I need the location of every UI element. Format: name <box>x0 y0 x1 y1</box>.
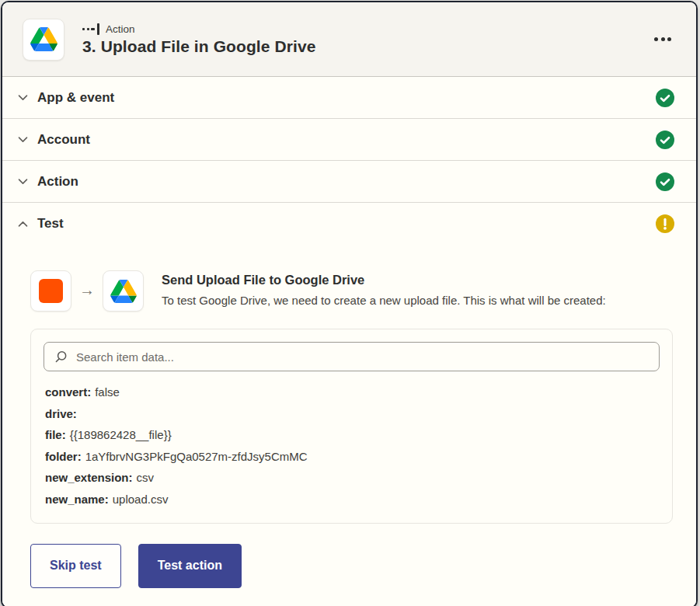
arrow-right-icon: → <box>79 281 95 299</box>
upload-file-icon <box>39 279 63 303</box>
target-app-icon-container <box>103 270 144 312</box>
chevron-down-icon <box>16 91 30 104</box>
ellipsis-icon <box>654 37 658 41</box>
section-action[interactable]: Action <box>2 161 696 203</box>
source-app-icon-container <box>30 270 71 312</box>
test-actions: Skip test Test action <box>30 544 673 597</box>
data-field-drive: drive: <box>45 407 658 420</box>
section-label: Account <box>37 132 90 148</box>
test-action-button[interactable]: Test action <box>138 544 242 588</box>
test-summary-description: To test Google Drive, we need to create … <box>162 294 606 307</box>
warning-icon <box>656 214 674 233</box>
step-editor-card: Action 3. Upload File in Google Drive Ap… <box>1 1 698 606</box>
section-app-event[interactable]: App & event <box>2 77 696 119</box>
section-account[interactable]: Account <box>2 119 696 161</box>
overflow-menu-button[interactable] <box>650 30 676 49</box>
step-header-text: Action 3. Upload File in Google Drive <box>82 23 316 56</box>
action-step-icon <box>82 23 99 35</box>
test-summary-title: Send Upload File to Google Drive <box>162 273 606 287</box>
data-field-file: file:{{189862428__file}} <box>45 428 658 441</box>
test-panel: → Send Upload File to Google Drive To te… <box>2 245 696 606</box>
section-label: Action <box>37 174 78 190</box>
data-field-new-extension: new_extension:csv <box>45 471 658 484</box>
success-check-icon <box>656 131 674 149</box>
google-drive-icon <box>30 27 57 51</box>
data-field-folder: folder:1aYfbrvNG3PkFgQa0527m-zfdJsy5CmMC <box>45 450 658 463</box>
step-title: 3. Upload File in Google Drive <box>82 37 316 56</box>
search-input[interactable] <box>76 350 650 364</box>
test-summary-row: → Send Upload File to Google Drive To te… <box>30 270 673 312</box>
skip-test-button[interactable]: Skip test <box>30 544 121 588</box>
success-check-icon <box>656 172 674 191</box>
success-check-icon <box>656 89 674 107</box>
step-type-label: Action <box>106 23 135 35</box>
chevron-down-icon <box>16 133 30 146</box>
google-drive-icon <box>110 280 137 303</box>
search-box <box>44 342 660 371</box>
section-label: App & event <box>37 90 114 106</box>
step-header: Action 3. Upload File in Google Drive <box>2 2 696 77</box>
data-field-convert: convert:false <box>45 385 658 399</box>
section-test[interactable]: Test <box>2 203 696 245</box>
test-data-card: convert:false drive: file:{{189862428__f… <box>30 329 673 524</box>
chevron-up-icon <box>16 218 30 231</box>
search-icon <box>54 350 68 364</box>
data-field-new-name: new_name:upload.csv <box>45 493 658 506</box>
section-label: Test <box>37 216 64 232</box>
test-data-fields: convert:false drive: file:{{189862428__f… <box>45 385 658 506</box>
chevron-down-icon <box>16 175 30 188</box>
app-icon-container <box>23 19 64 61</box>
